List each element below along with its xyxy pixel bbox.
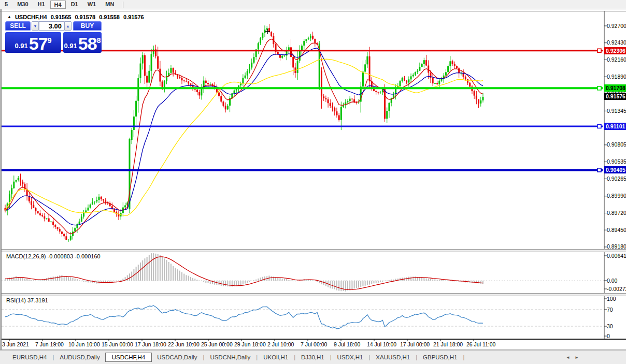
buy-price-pip: 8 xyxy=(97,38,101,43)
buy-price-big: 58 xyxy=(78,36,97,51)
price-tick-label: 0.89720 xyxy=(607,210,625,216)
symbol-tab-eurusd[interactable]: EURUSD,H4 xyxy=(7,353,52,362)
timeframe-button-5[interactable]: 5 xyxy=(0,0,12,9)
symbol-tab-usdx[interactable]: USDX,H1 xyxy=(332,353,368,362)
volume-decrease-button[interactable]: ▼ xyxy=(32,21,39,31)
time-axis-label: 17 Jun 18:00 xyxy=(135,341,166,347)
ohlc-low: 0.91558 xyxy=(99,14,120,20)
tab-scroll-right-icon[interactable]: ► xyxy=(575,355,579,360)
price-tick-label: 0.91890 xyxy=(607,74,625,80)
one-click-trade-panel: SELL ▼ ▲ BUY 0.91 57 9 0.91 58 8 xyxy=(5,21,102,53)
symbol-tab-usdcad[interactable]: USDCAD,Daily xyxy=(152,353,202,362)
time-axis-label: 22 Jun 10:00 xyxy=(168,341,200,347)
buy-price-button[interactable]: 0.91 58 8 xyxy=(63,32,102,53)
time-axis-label: 25 Jun 00:00 xyxy=(201,341,233,347)
price-level-badge: 0.90405 xyxy=(604,166,626,173)
symbol-tab-audusd[interactable]: AUDUSD,Daily xyxy=(54,353,105,362)
chart-background xyxy=(0,9,626,350)
symbol-tab-gbpusd[interactable]: GBPUSD,H1 xyxy=(418,353,462,362)
tab-scroll-nav: ◄► xyxy=(566,351,579,364)
price-level-badge: 0.91101 xyxy=(604,123,626,130)
ohlc-close: 0.91576 xyxy=(123,14,144,20)
rsi-tick-label: 70 xyxy=(607,307,625,313)
timeframe-button-mn[interactable]: MN xyxy=(101,0,119,9)
macd-tick-label: 0.006413 xyxy=(607,253,625,259)
window-frame-left xyxy=(0,9,1,350)
pane-splitter-macd[interactable] xyxy=(1,249,626,252)
toolbar-separator xyxy=(123,2,123,8)
symbol-tab-dj30[interactable]: DJ30,H1 xyxy=(296,353,330,362)
ohlc-open: 0.91565 xyxy=(51,14,72,20)
price-level-badge: 0.92306 xyxy=(604,47,626,54)
window-icon: ▲ xyxy=(7,14,11,19)
ohlc-high: 0.91578 xyxy=(75,14,95,20)
time-axis-label: 26 Jul 11:00 xyxy=(466,341,495,347)
symbol-tab-usdcnh[interactable]: USDCNH,Daily xyxy=(205,353,255,362)
tab-scroll-left-icon[interactable]: ◄ xyxy=(566,355,570,360)
trading-terminal-window: 5M30H1H4D1W1MN ▲ USDCHF,H4 0.91565 0.915… xyxy=(0,0,626,364)
buy-price-prefix: 0.91 xyxy=(64,41,77,51)
time-axis-label: 2 Jul 10:00 xyxy=(267,341,294,347)
window-frame-left-inner xyxy=(1,9,2,350)
timeframe-button-w1[interactable]: W1 xyxy=(83,0,101,9)
price-tick-label: 0.91345 xyxy=(607,108,625,114)
price-tick-label: 0.89450 xyxy=(607,227,625,234)
time-axis-label: 17 Jul 00:00 xyxy=(400,341,430,347)
symbol-tab-usdchf[interactable]: USDCHF,H4 xyxy=(105,353,152,362)
time-axis-label: 3 Jun 2021 xyxy=(2,341,29,347)
price-tick-label: 0.90535 xyxy=(607,158,625,165)
price-tick-label: 0.92700 xyxy=(607,23,625,30)
time-axis-label: 14 Jul 10:00 xyxy=(367,341,396,347)
price-tick-label: 0.92430 xyxy=(607,39,625,46)
time-axis-label: 9 Jul 18:00 xyxy=(334,341,360,347)
tab-separator: | xyxy=(462,354,465,360)
symbol-tab-ukoil[interactable]: UKOil,H1 xyxy=(258,353,293,362)
sell-price-big: 57 xyxy=(29,36,48,51)
timeframe-toolbar: 5M30H1H4D1W1MN xyxy=(0,0,626,9)
macd-tick-label: -0.002726 xyxy=(607,286,625,293)
macd-label: MACD(12,26,9) -0.000803 -0.000160 xyxy=(6,253,101,259)
rsi-label: RSI(14) 37.3191 xyxy=(6,297,48,303)
timeframe-button-d1[interactable]: D1 xyxy=(66,0,83,9)
price-tick-label: 0.89990 xyxy=(607,193,625,199)
time-axis-label: 15 Jun 00:00 xyxy=(102,341,133,347)
volume-increase-button[interactable]: ▲ xyxy=(64,21,72,31)
time-axis-label: 10 Jun 10:00 xyxy=(68,341,100,347)
sell-price-prefix: 0.91 xyxy=(15,41,28,51)
price-tick-label: 0.92160 xyxy=(607,56,625,63)
pane-splitter-rsi[interactable] xyxy=(1,293,626,296)
sell-price-pip: 9 xyxy=(48,38,52,43)
time-axis-label: 29 Jun 18:00 xyxy=(234,341,266,347)
time-axis-label: 21 Jul 18:00 xyxy=(433,341,463,347)
time-axis-label: 7 Jun 19:00 xyxy=(35,341,64,347)
sell-price-button[interactable]: 0.91 57 9 xyxy=(5,32,61,53)
timeframe-button-m30[interactable]: M30 xyxy=(12,0,33,9)
current-price-badge: 0.91576 xyxy=(604,93,626,100)
sell-button[interactable]: SELL xyxy=(5,21,31,31)
symbol-tab-bar: EURUSD,H4|AUDUSD,DailyUSDCHF,H4USDCAD,Da… xyxy=(0,350,626,364)
timeframe-button-h4[interactable]: H4 xyxy=(50,1,66,9)
chart-symbol-label: USDCHF,H4 xyxy=(15,14,47,20)
symbol-tab-xauusd[interactable]: XAUUSD,H1 xyxy=(371,353,415,362)
buy-button[interactable]: BUY xyxy=(73,21,102,31)
macd-tick-label: 0.00 xyxy=(607,278,625,284)
window-frame-top xyxy=(0,11,626,11)
price-tick-label: 0.90805 xyxy=(607,141,625,148)
timeframe-button-h1[interactable]: H1 xyxy=(33,0,50,9)
price-level-badge: 0.91708 xyxy=(604,84,626,92)
rsi-tick-label: 30 xyxy=(607,323,625,330)
rsi-tick-label: 100 xyxy=(607,296,625,302)
price-tick-label: 0.90265 xyxy=(607,176,625,182)
time-axis-line xyxy=(1,339,626,340)
volume-input[interactable] xyxy=(39,21,64,31)
time-axis-label: 7 Jul 00:00 xyxy=(301,341,327,347)
chart-title: ▲ USDCHF,H4 0.91565 0.91578 0.91558 0.91… xyxy=(7,14,144,20)
